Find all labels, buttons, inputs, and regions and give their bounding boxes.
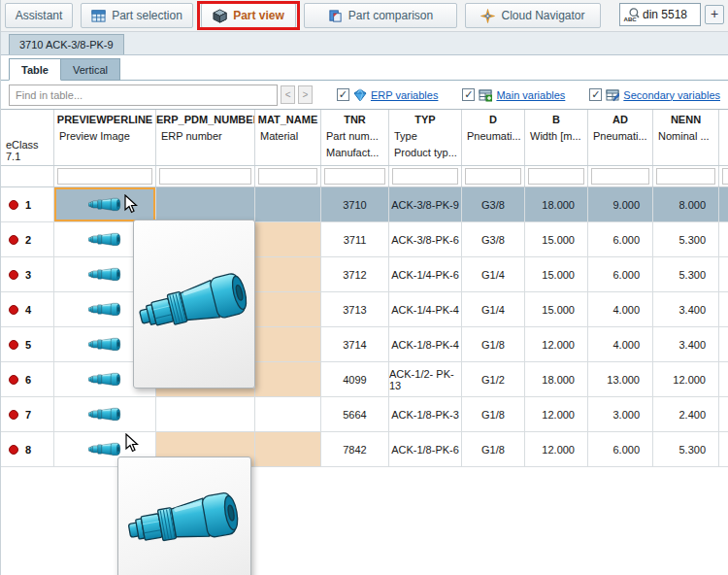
erp-cell — [156, 397, 255, 432]
mat-cell — [255, 327, 321, 362]
column-header-d[interactable]: DPneumati... — [462, 110, 525, 165]
table-row[interactable]: 87842ACK-1/8-PK-6G1/812.0006.0005.300 — [1, 432, 728, 467]
column-header-erp[interactable]: ERP_PDM_NUMBERERP number — [156, 110, 255, 165]
part-thumbnail[interactable] — [88, 336, 121, 353]
row-number-cell: 8 — [1, 432, 54, 467]
table-row[interactable]: 23711ACK-3/8-PK-6G3/815.0006.0005.300 — [1, 222, 728, 257]
column-title: B — [525, 114, 587, 125]
row-number-cell: 3 — [1, 257, 54, 292]
compare-pages-icon — [328, 9, 343, 23]
nenn-cell: 5.300 — [653, 432, 719, 467]
tab-part-selection[interactable]: Part selection — [81, 3, 193, 28]
filter-input-preview[interactable] — [57, 168, 152, 185]
filter-input-erp[interactable] — [159, 168, 251, 185]
part-thumbnail[interactable] — [88, 266, 121, 283]
tab-part-comparison[interactable]: Part comparison — [304, 3, 457, 28]
table-row[interactable]: 33712ACK-1/4-PK-6G1/415.0006.0005.300 — [1, 257, 728, 292]
table-row[interactable]: 43713ACK-1/4-PK-4G1/415.0004.0003.400 — [1, 292, 728, 327]
document-tab[interactable]: 3710 ACK-3/8-PK-9 — [9, 34, 124, 54]
filter-input-mat[interactable] — [258, 168, 317, 185]
main-variables-checkbox[interactable]: ✓ — [462, 88, 475, 101]
table-header-row: eClass 7.1PREVIEWPERLINEPreview ImageERP… — [1, 110, 728, 166]
part-thumbnail[interactable] — [88, 441, 121, 457]
erp-variables-toggle[interactable]: ✓ ERP variables — [337, 88, 439, 102]
row-number-cell: 2 — [1, 222, 54, 257]
find-next-button[interactable]: > — [298, 85, 313, 104]
secondary-variables-checkbox[interactable]: ✓ — [589, 88, 602, 101]
find-bar: < > ✓ ERP variables ✓ Main variables — [1, 81, 728, 109]
secondary-variables-link[interactable]: Secondary variables — [623, 89, 720, 101]
part-thumbnail[interactable] — [88, 406, 121, 423]
mouse-cursor — [125, 433, 139, 453]
add-search-button[interactable]: + — [705, 5, 724, 24]
filter-input-d[interactable] — [465, 168, 521, 185]
table-row[interactable]: 64099ACK-1/2- PK-13G1/218.00013.00012.00… — [1, 362, 728, 397]
search-input[interactable] — [643, 8, 697, 21]
table-row[interactable]: 75664ACK-1/8-PK-3G1/812.0003.0002.400 — [1, 397, 728, 432]
secondary-variables-toggle[interactable]: ✓ Secondary variables — [589, 88, 720, 102]
part-thumbnail[interactable] — [88, 196, 121, 213]
column-subtitle: Nominal ... — [653, 130, 718, 142]
erp-variables-checkbox[interactable]: ✓ — [337, 88, 349, 101]
column-title: D — [462, 114, 524, 125]
column-header-tnr[interactable]: TNRPart num...Manufact... — [321, 110, 389, 165]
document-tab-label: 3710 ACK-3/8-PK-9 — [19, 39, 114, 51]
part-thumbnail[interactable] — [88, 371, 121, 388]
filter-input-tnr[interactable] — [324, 168, 385, 185]
tab-table-label: Table — [21, 64, 49, 76]
part-thumbnail[interactable] — [88, 301, 121, 318]
nenn-cell: 3.400 — [653, 292, 719, 327]
column-header-mat[interactable]: MAT_NAMEMaterial — [255, 110, 321, 165]
typ-cell: ACK-1/4-PK-6 — [389, 257, 462, 292]
tab-cloud-navigator[interactable]: Cloud Navigator — [465, 3, 601, 28]
column-header-l[interactable]: L — [719, 110, 728, 165]
table-grid-icon — [91, 9, 106, 23]
search-box[interactable]: ABC — [619, 3, 701, 26]
column-header-typ[interactable]: TYPTypeProduct typ... — [389, 110, 462, 165]
row-number-cell: 5 — [1, 327, 54, 362]
column-header-preview[interactable]: PREVIEWPERLINEPreview Image — [54, 110, 156, 165]
filter-input-ad[interactable] — [591, 168, 649, 185]
tab-assistant[interactable]: Assistant — [5, 3, 73, 28]
column-header-nenn[interactable]: NENNNominal ... — [653, 110, 719, 165]
find-in-table-input[interactable] — [9, 85, 278, 106]
b-cell: 15.000 — [525, 292, 588, 327]
erp-variables-link[interactable]: ERP variables — [371, 89, 439, 101]
main-variables-toggle[interactable]: ✓ Main variables — [462, 88, 565, 102]
typ-cell: ACK-1/2- PK-13 — [389, 362, 462, 397]
b-cell: 12.000 — [525, 432, 588, 467]
tab-part-view-label: Part view — [233, 9, 284, 22]
main-variables-link[interactable]: Main variables — [496, 89, 565, 101]
status-indicator-red — [9, 235, 18, 245]
mat-cell — [255, 397, 321, 432]
filter-input-typ[interactable] — [392, 168, 458, 185]
filter-input-b[interactable] — [528, 168, 584, 185]
column-subtitle: Pneumati... — [462, 130, 524, 142]
filter-input-l[interactable] — [722, 168, 728, 185]
preview-cell[interactable] — [54, 397, 156, 432]
nenn-cell: 5.300 — [653, 222, 719, 257]
nenn-cell: 12.000 — [653, 362, 719, 397]
b-cell: 15.000 — [525, 257, 588, 292]
find-previous-button[interactable]: < — [281, 85, 295, 104]
view-tab-strip: Table Vertical — [1, 55, 728, 81]
part-thumbnail[interactable] — [88, 231, 121, 248]
b-cell: 12.000 — [525, 397, 588, 432]
table-row[interactable]: 13710ACK-3/8-PK-9G3/818.0009.0008.000 — [1, 187, 728, 222]
main-variables-table-icon — [479, 88, 492, 102]
tab-part-view[interactable]: Part view — [201, 3, 296, 28]
l-cell — [719, 327, 728, 362]
column-header-ad[interactable]: ADPneumati... — [588, 110, 653, 165]
svg-text:ABC: ABC — [623, 16, 637, 22]
ad-cell: 4.000 — [588, 327, 653, 362]
table-row[interactable]: 53714ACK-1/8-PK-4G1/812.0004.0003.400 — [1, 327, 728, 362]
tab-vertical-view[interactable]: Vertical — [61, 58, 120, 81]
column-header-b[interactable]: BWidth [m... — [525, 110, 588, 165]
preview-cell[interactable] — [54, 187, 156, 222]
part-3d-render — [133, 263, 256, 345]
filter-input-nenn[interactable] — [656, 168, 715, 185]
b-cell: 15.000 — [525, 222, 588, 257]
tab-table-view[interactable]: Table — [9, 58, 61, 81]
d-cell: G1/4 — [462, 292, 525, 327]
parts-catalog-window: Assistant Part selection Part view — [0, 0, 728, 575]
